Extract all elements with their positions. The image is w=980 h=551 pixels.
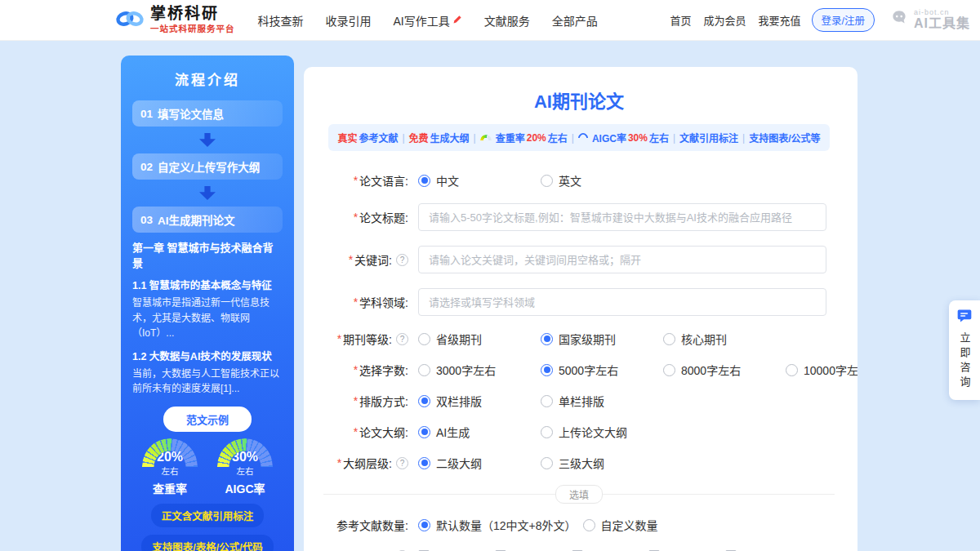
step-number: 03 [140,214,153,226]
form-row-keywords: *关键词:? [323,246,835,273]
arrow-down-icon [199,133,216,147]
layout-mode-option-0[interactable]: 双栏排版 [418,393,534,409]
content-enhance-option-4[interactable]: 公式 [725,548,795,551]
sample-preview: 第一章 智慧城市与技术融合背景 1.1 智慧城市的基本概念与特征 智慧城市是指通… [132,239,283,397]
help-icon[interactable]: ? [396,254,408,266]
field-label-paper-language: *论文语言: [323,172,408,189]
required-rows: *论文语言:中文英文*论文标题:*关键词:?*学科领域:*期刊等级:?省级期刊国… [323,172,835,471]
nav-item-4[interactable]: 全部产品 [552,12,598,29]
site-logo[interactable]: 掌桥科研 一站式科研服务平台 [114,6,235,33]
journal-level-option-2[interactable]: 核心期刊 [663,331,779,347]
main-nav: 科技查新收录引用AI写作工具文献服务全部产品 [258,12,598,29]
nav-item-0[interactable]: 科技查新 [258,12,304,29]
header-link-2[interactable]: 我要充值 [758,12,800,28]
field-label-content-enhance: 正文增强:? [323,548,408,551]
ai-bot-logo[interactable]: ai-bot.cn AI工具集 [889,8,970,32]
feature-text: 支持图表/公式等 [749,131,820,144]
layout-mode-option-1[interactable]: 单栏排版 [541,393,657,409]
field-label-keywords: *关键词:? [323,251,408,268]
login-register-button[interactable]: 登录/注册 [812,8,875,32]
paper-language-option-0[interactable]: 中文 [418,172,534,189]
preview-section-title: 1.2 大数据与AI技术的发展现状 [132,348,283,363]
content-enhance-option-1[interactable]: 图表 [495,548,565,551]
field-label-reference-count: 参考文献数量: [323,517,408,533]
help-icon[interactable]: ? [396,457,408,469]
header-link-1[interactable]: 成为会员 [703,12,746,28]
word-count-option-2[interactable]: 8000字左右 [663,362,779,378]
aigc-icon [576,131,590,144]
nav-item-1[interactable]: 收录引用 [326,12,372,29]
form-row-paper-outline: *论文大纲:AI生成上传论文大纲 [323,424,835,440]
gauge-arc-icon [142,438,198,467]
nav-item-label: AI写作工具 [394,12,450,29]
nav-item-3[interactable]: 文献服务 [484,12,530,29]
word-count-option-3[interactable]: 10000字左右 [786,362,858,378]
separator: | [742,132,745,144]
header-link-0[interactable]: 首页 [670,12,691,28]
field-label-text: 期刊等级: [343,331,392,347]
preview-section-title: 1.1 智慧城市的基本概念与特征 [132,277,283,292]
required-asterisk: * [354,363,358,376]
radio-icon [663,364,675,376]
radio-icon [418,333,430,345]
gauge-label: 查重率 [134,480,206,496]
option-label: 上传论文大纲 [559,424,627,440]
radio-icon [583,519,595,531]
paper-language-option-1[interactable]: 英文 [541,172,657,189]
feature-item-3: AIGC率30% 左右 [578,131,669,144]
content-enhance-option-0[interactable]: 一键全选 [418,548,488,551]
preview-section-text: 智慧城市是指通过新一代信息技术，尤其是大数据、物联网（IoT）... [132,295,283,341]
word-count-option-0[interactable]: 3000字左右 [418,362,534,378]
radio-icon [418,519,430,531]
content-enhance-option-2[interactable]: 表格 [572,548,642,551]
field-control-paper-language: 中文英文 [418,172,835,189]
reference-count-option-1[interactable]: 自定义数量 [583,517,699,533]
option-label: 5000字左右 [559,362,618,378]
radio-icon [786,364,798,376]
field-label-text: 排版方式: [359,393,408,409]
separator: | [572,132,574,144]
option-label: 3000字左右 [436,362,496,378]
outline-level-option-0[interactable]: 二级大纲 [418,455,534,471]
paper-outline-option-0[interactable]: AI生成 [418,424,534,440]
option-label: 10000字左右 [804,362,858,378]
chat-icon [956,308,973,327]
step-1: 01 填写论文信息 [132,100,283,127]
option-label: 8000字左右 [681,362,741,378]
paper-outline-option-1[interactable]: 上传论文大纲 [541,424,657,440]
journal-level-option-1[interactable]: 国家级期刊 [541,331,657,347]
feature-text: 真实 [337,131,357,144]
journal-level-option-0[interactable]: 省级期刊 [418,331,534,347]
nav-item-2[interactable]: AI写作工具 [394,12,462,29]
sample-paper-button[interactable]: 范文示例 [163,407,252,432]
separator: | [673,132,675,144]
required-asterisk: * [354,174,358,187]
field-control-word-count: 3000字左右5000字左右8000字左右10000字左右 [418,362,858,378]
step-2: 02 自定义/上传写作大纲 [132,153,283,180]
outline-level-option-1[interactable]: 三级大纲 [541,455,657,471]
content-enhance-option-3[interactable]: 代码 [648,548,719,551]
paper-title-input[interactable] [418,203,826,231]
field-label-word-count: *选择字数: [323,362,408,378]
optional-rows: 参考文献数量:默认数量（12中文+8外文）自定义数量正文增强:?一键全选图表表格… [323,517,835,551]
radio-icon [418,395,430,407]
subject-area-input[interactable] [418,288,826,316]
form-row-layout-mode: *排版方式:双栏排版单栏排版 [323,393,835,409]
preview-chapter-title: 第一章 智慧城市与技术融合背景 [132,239,283,270]
feature-text: 文献引用标注 [679,131,738,144]
field-label-text: 关键词: [354,251,392,268]
arrow-down-icon [199,186,216,200]
required-asterisk: * [337,332,341,345]
keywords-input[interactable] [418,246,826,273]
form-row-paper-language: *论文语言:中文英文 [323,172,835,189]
nav-item-label: 全部产品 [552,12,598,29]
feature-text: 生成大纲 [430,131,470,144]
field-control-paper-title [418,203,835,231]
reference-count-option-0[interactable]: 默认数量（12中文+8外文） [418,517,577,533]
site-name: 掌桥科研 [150,6,235,23]
consult-widget[interactable]: 立即咨询 [949,300,980,400]
optional-toggle[interactable]: 选填 [555,485,603,504]
word-count-option-1[interactable]: 5000字左右 [541,362,657,378]
form-card: AI期刊论文 真实参考文献|免费生成大纲|查重率20%左右|AIGC率30% 左… [304,67,858,551]
help-icon[interactable]: ? [396,333,408,345]
